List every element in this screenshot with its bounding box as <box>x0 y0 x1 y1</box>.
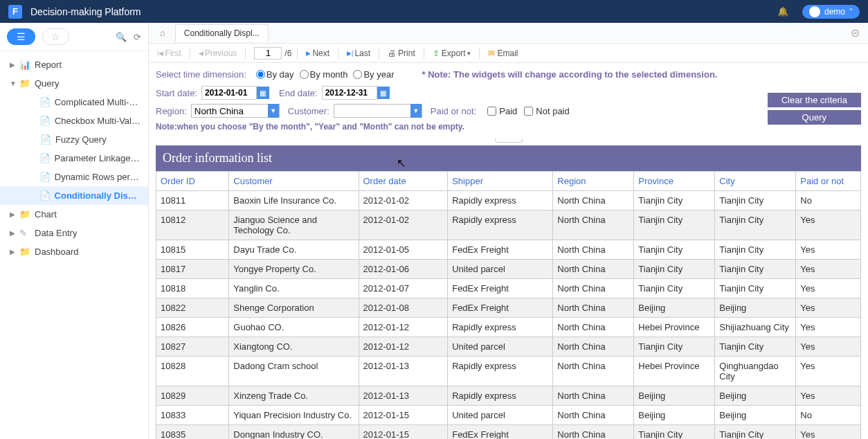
table-cell: Xinzeng Trade Co. <box>229 386 359 406</box>
radio-by-day[interactable] <box>256 70 265 79</box>
radio-by-month[interactable] <box>300 70 309 79</box>
nav-item[interactable]: 📄Parameter Linkage and... <box>0 149 148 168</box>
customer-combo[interactable]: ▼ <box>334 104 422 118</box>
table-cell: Qinghuangdao City <box>715 357 796 386</box>
region-input[interactable] <box>192 105 268 117</box>
table-row[interactable]: 10818Yanglin Co.2012-01-07FedEx FreightN… <box>156 279 861 298</box>
table-row[interactable]: 10833Yiquan Precision Industry Co.2012-0… <box>156 406 861 425</box>
table-row[interactable]: 10815Dayu Trade Co.2012-01-05FedEx Freig… <box>156 240 861 260</box>
clear-criteria-button[interactable]: Clear the criteria <box>768 93 861 107</box>
print-button[interactable]: 🖨Print <box>385 47 418 60</box>
table-cell: Yes <box>796 357 861 386</box>
export-button[interactable]: ⇪Export▾ <box>430 47 474 60</box>
table-cell: FedEx Freight <box>448 298 553 318</box>
list-view-button[interactable]: ☰ <box>7 28 35 45</box>
column-header[interactable]: City <box>715 172 796 191</box>
table-cell: Yes <box>796 279 861 298</box>
table-cell: North China <box>553 318 634 337</box>
column-header[interactable]: Order ID <box>156 172 229 191</box>
table-row[interactable]: 10817Yongye Property Co.2012-01-06United… <box>156 260 861 279</box>
chevron-down-icon[interactable]: ▼ <box>268 104 279 118</box>
table-cell: Yes <box>796 240 861 260</box>
table-cell: United parcel <box>448 260 553 279</box>
table-cell: Rapidly express <box>448 191 553 210</box>
table-cell: Beijing <box>634 386 715 406</box>
end-date-input[interactable] <box>322 86 377 100</box>
table-cell: Hebei Province <box>634 357 715 386</box>
table-cell: 2012-01-15 <box>359 425 448 440</box>
table-row[interactable]: 10835Dongnan Industry CO.2012-01-15FedEx… <box>156 425 861 440</box>
page-input[interactable] <box>254 47 282 60</box>
app-header: F Decision-making Platform 🔔 demo ˅ <box>0 0 868 23</box>
chevron-down-icon[interactable]: ▼ <box>410 104 422 118</box>
nav-item[interactable]: 📄Complicated Multi-Valu... <box>0 93 148 111</box>
customer-input[interactable] <box>334 105 410 117</box>
table-cell: 10812 <box>156 210 229 240</box>
user-menu[interactable]: demo ˅ <box>802 5 860 19</box>
checkbox-paid[interactable] <box>487 107 496 116</box>
nav-item[interactable]: ▶📊Report <box>0 55 148 74</box>
table-cell: North China <box>553 191 634 210</box>
folder-icon: 📄 <box>39 190 51 201</box>
table-cell: No <box>796 406 861 425</box>
table-cell: 2012-01-12 <box>359 318 448 337</box>
checkbox-not-paid[interactable] <box>524 107 533 116</box>
column-header[interactable]: Shipper <box>448 172 553 191</box>
column-header[interactable]: Region <box>553 172 634 191</box>
nav-item[interactable]: 📄Dynamic Rows per Page <box>0 168 148 186</box>
column-header[interactable]: Province <box>634 172 715 191</box>
table-cell: 2012-01-15 <box>359 406 448 425</box>
column-header[interactable]: Paid or not <box>796 172 861 191</box>
radio-by-year[interactable] <box>353 70 362 79</box>
table-row[interactable]: 10811Baoxin Life Insurance Co.2012-01-02… <box>156 191 861 210</box>
nav-item[interactable]: ▶📁Chart <box>0 205 148 224</box>
table-cell: 2012-01-02 <box>359 191 448 210</box>
nav-item-label: Dashboard <box>35 247 79 257</box>
query-button[interactable]: Query <box>768 110 861 125</box>
sidebar: ☰ ☆ 🔍 ⟳ ▶📊Report▼📁Query📄Complicated Mult… <box>0 23 149 439</box>
nav-item[interactable]: ▶✎Data Entry <box>0 224 148 242</box>
table-row[interactable]: 10829Xinzeng Trade Co.2012-01-13Rapidly … <box>156 386 861 406</box>
refresh-icon[interactable]: ⟳ <box>134 32 141 42</box>
table-row[interactable]: 10826Guohao CO.2012-01-12Rapidly express… <box>156 318 861 337</box>
column-header[interactable]: Customer <box>229 172 359 191</box>
home-tab-icon[interactable]: ⌂ <box>153 28 172 38</box>
nav-item[interactable]: ▶📁Dashboard <box>0 242 148 261</box>
caret-icon: ▶ <box>10 248 17 256</box>
table-row[interactable]: 10828Dadong Cram school2012-01-13Rapidly… <box>156 357 861 386</box>
previous-page-button[interactable]: ◀Previous <box>196 47 240 60</box>
month-note: Note:when you choose "By the month", "Ye… <box>156 122 464 132</box>
sidebar-toolbar: ☰ ☆ 🔍 ⟳ <box>0 23 148 51</box>
start-date-input[interactable] <box>201 86 257 100</box>
nav-item[interactable]: 📄Conditionally Display ... <box>0 186 148 205</box>
table-cell: Guohao CO. <box>229 318 359 337</box>
nav-item[interactable]: ▼📁Query <box>0 74 148 93</box>
region-label: Region: <box>156 106 187 116</box>
nav-item[interactable]: 📄Checkbox Multi-Value ... <box>0 111 148 130</box>
favorites-button[interactable]: ☆ <box>42 28 69 45</box>
column-header[interactable]: Order date <box>359 172 448 191</box>
table-cell: North China <box>553 425 634 440</box>
tab-active[interactable]: Conditionally Displ... <box>175 24 269 42</box>
end-date-calendar-icon[interactable]: ▦ <box>377 87 390 99</box>
table-cell: FedEx Freight <box>448 279 553 298</box>
nav-item-label: Complicated Multi-Valu... <box>55 97 141 107</box>
nav-item[interactable]: 📄Fuzzy Query <box>0 130 148 149</box>
start-date-calendar-icon[interactable]: ▦ <box>257 87 269 99</box>
table-cell: Yes <box>796 260 861 279</box>
table-cell: Tianjin City <box>634 191 715 210</box>
table-cell: 2012-01-13 <box>359 357 448 386</box>
table-row[interactable]: 10812Jianguo Science and Techology Co.20… <box>156 210 861 240</box>
table-container: Order information list Order IDCustomerO… <box>149 145 868 439</box>
tab-overflow-icon[interactable]: ⊝ <box>851 26 864 39</box>
search-icon[interactable]: 🔍 <box>116 32 127 42</box>
panel-collapse-handle[interactable] <box>149 138 868 145</box>
last-page-button[interactable]: ▶|Last <box>344 47 373 60</box>
table-row[interactable]: 10822Shenge Corporation2012-01-08FedEx F… <box>156 298 861 318</box>
email-button[interactable]: ✉Email <box>485 47 521 60</box>
region-combo[interactable]: ▼ <box>191 104 280 118</box>
first-page-button[interactable]: |◀First <box>154 47 184 60</box>
next-page-button[interactable]: ▶Next <box>303 47 332 60</box>
notifications-icon[interactable]: 🔔 <box>777 6 788 17</box>
table-row[interactable]: 10827Xiangtong CO.2012-01-12United parce… <box>156 337 861 357</box>
